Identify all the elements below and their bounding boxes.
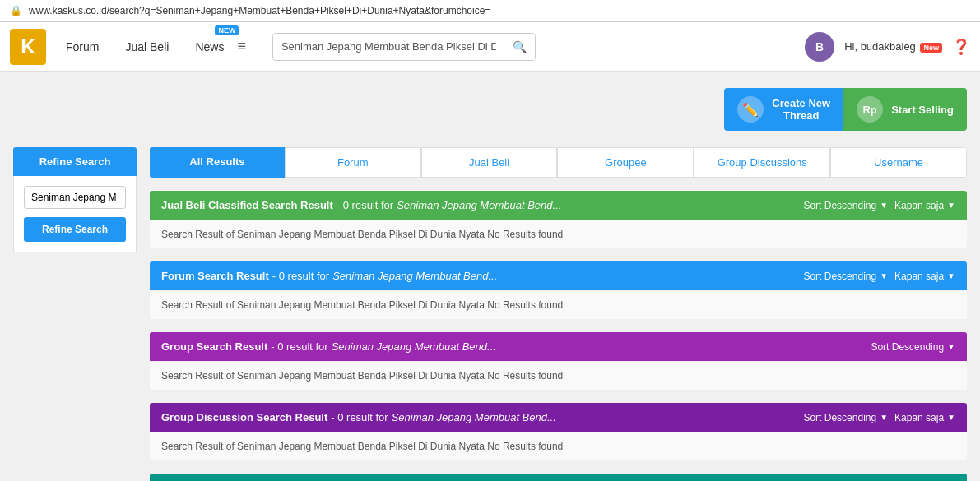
result-body-forum: Search Result of Seniman Jepang Membuat … <box>150 290 967 319</box>
avatar: B <box>805 32 834 62</box>
result-query-groupdiscussion: Seniman Jepang Membuat Bend... <box>392 411 556 423</box>
chevron-down-icon: ▼ <box>880 413 888 422</box>
kapan-dropdown-forum[interactable]: Kapan saja ▼ <box>894 271 955 282</box>
result-header-left: Jual Beli Classified Search Result - 0 r… <box>161 199 561 211</box>
main-content: All Results Forum Jual Beli Groupee Grou… <box>150 147 967 481</box>
nav-right: B Hi, budakbaleg New ❓ <box>805 32 970 62</box>
result-section-forum: Forum Search Result - 0 result for Senim… <box>150 261 967 319</box>
result-title-jualbeli: Jual Beli Classified Search Result <box>161 199 333 211</box>
result-count-forum: - 0 result for <box>272 270 329 282</box>
result-section-username: Username Search Result - 0 result for Se… <box>150 474 967 481</box>
top-nav: K Forum Jual Beli News NEW ≡ 🔍 B Hi, bud… <box>0 22 980 72</box>
result-header-right-jualbeli: Sort Descending ▼ Kapan saja ▼ <box>803 200 955 211</box>
sidebar-header: Refine Search <box>13 147 137 176</box>
result-header-forum: Forum Search Result - 0 result for Senim… <box>150 261 967 290</box>
tab-groupee[interactable]: Groupee <box>557 147 694 178</box>
search-input[interactable] <box>273 34 504 59</box>
user-new-badge: New <box>920 43 942 53</box>
tabs-bar: All Results Forum Jual Beli Groupee Grou… <box>150 147 967 178</box>
lock-icon: 🔒 <box>10 5 22 16</box>
result-query-forum: Seniman Jepang Membuat Bend... <box>332 270 497 282</box>
chevron-down-icon: ▼ <box>880 271 888 280</box>
chevron-down-icon: ▼ <box>947 413 955 422</box>
action-buttons: ✏️ Create NewThread Rp Start Selling <box>13 88 967 131</box>
result-header-left: Forum Search Result - 0 result for Senim… <box>161 270 497 282</box>
chevron-down-icon: ▼ <box>880 201 888 210</box>
logo[interactable]: K <box>10 29 46 65</box>
result-header-right-groupdiscussion: Sort Descending ▼ Kapan saja ▼ <box>803 412 955 423</box>
result-body-groupdiscussion: Search Result of Seniman Jepang Membuat … <box>150 432 967 460</box>
hamburger-icon[interactable]: ≡ <box>237 38 246 55</box>
kapan-dropdown-groupdiscussion[interactable]: Kapan saja ▼ <box>894 412 955 423</box>
tab-username[interactable]: Username <box>830 147 967 178</box>
news-new-badge: NEW <box>215 25 239 35</box>
nav-forum[interactable]: Forum <box>66 37 99 57</box>
chevron-down-icon: ▼ <box>947 342 955 351</box>
result-count-groupdiscussion: - 0 result for <box>331 411 388 423</box>
sort-dropdown-jualbeli[interactable]: Sort Descending ▼ <box>803 200 888 211</box>
help-icon[interactable]: ❓ <box>952 38 970 56</box>
content-layout: Refine Search Refine Search All Results … <box>13 147 967 481</box>
nav-jualbeli[interactable]: Jual Beli <box>125 37 169 57</box>
result-header-left: Group Discussion Search Result - 0 resul… <box>161 411 556 423</box>
create-thread-button[interactable]: ✏️ Create NewThread <box>724 88 843 131</box>
result-header-group: Group Search Result - 0 result for Senim… <box>150 332 967 361</box>
result-query-jualbeli: Seniman Jepang Membuat Bend... <box>397 199 561 211</box>
address-bar: 🔒 www.kaskus.co.id/search?q=Seniman+Jepa… <box>0 0 980 22</box>
result-title-forum: Forum Search Result <box>161 270 269 282</box>
tab-forum[interactable]: Forum <box>285 147 421 178</box>
result-header-jualbeli: Jual Beli Classified Search Result - 0 r… <box>150 191 967 220</box>
result-count-jualbeli: - 0 result for <box>337 199 393 211</box>
result-title-group: Group Search Result <box>161 340 267 353</box>
result-header-groupdiscussion: Group Discussion Search Result - 0 resul… <box>150 403 967 432</box>
search-box: 🔍 <box>272 33 536 61</box>
rp-icon: Rp <box>857 96 883 123</box>
sidebar: Refine Search Refine Search <box>13 147 137 481</box>
result-section-group: Group Search Result - 0 result for Senim… <box>150 332 967 390</box>
sort-dropdown-group[interactable]: Sort Descending ▼ <box>871 341 955 353</box>
nav-news[interactable]: News NEW <box>195 37 224 57</box>
result-header-left: Group Search Result - 0 result for Senim… <box>161 340 496 353</box>
nav-items: Forum Jual Beli News NEW <box>66 37 224 57</box>
result-title-groupdiscussion: Group Discussion Search Result <box>161 411 327 423</box>
main-area: ✏️ Create NewThread Rp Start Selling Ref… <box>0 72 980 481</box>
result-body-jualbeli: Search Result of Seniman Jepang Membuat … <box>150 220 967 248</box>
search-button[interactable]: 🔍 <box>504 34 535 60</box>
chevron-down-icon: ▼ <box>947 271 955 280</box>
result-section-groupdiscussion: Group Discussion Search Result - 0 resul… <box>150 403 967 460</box>
tab-jualbeli[interactable]: Jual Beli <box>421 147 558 178</box>
sort-dropdown-forum[interactable]: Sort Descending ▼ <box>803 271 888 282</box>
chevron-down-icon: ▼ <box>947 201 955 210</box>
result-header-right-group: Sort Descending ▼ <box>871 341 955 353</box>
sidebar-refine-button[interactable]: Refine Search <box>24 217 126 242</box>
start-selling-button[interactable]: Rp Start Selling <box>843 88 967 131</box>
kapan-dropdown-jualbeli[interactable]: Kapan saja ▼ <box>894 200 955 211</box>
result-header-username: Username Search Result - 0 result for Se… <box>150 474 967 481</box>
result-count-group: - 0 result for <box>271 340 327 353</box>
tab-all-results[interactable]: All Results <box>150 147 285 178</box>
sort-dropdown-groupdiscussion[interactable]: Sort Descending ▼ <box>803 412 888 423</box>
logo-k: K <box>21 35 35 58</box>
result-header-right-forum: Sort Descending ▼ Kapan saja ▼ <box>803 271 955 282</box>
tab-group-discussions[interactable]: Group Discussions <box>694 147 830 178</box>
start-selling-label: Start Selling <box>891 104 954 116</box>
create-thread-label: Create NewThread <box>772 97 830 122</box>
result-query-group: Seniman Jepang Membuat Bend... <box>332 340 496 353</box>
result-body-group: Search Result of Seniman Jepang Membuat … <box>150 361 967 390</box>
user-greeting: Hi, budakbaleg New <box>844 40 942 53</box>
sidebar-body: Refine Search <box>13 176 137 252</box>
pencil-icon: ✏️ <box>737 96 764 123</box>
result-section-jualbeli: Jual Beli Classified Search Result - 0 r… <box>150 191 967 248</box>
sidebar-search-input[interactable] <box>24 186 126 209</box>
address-url: www.kaskus.co.id/search?q=Seniman+Jepang… <box>29 5 490 16</box>
